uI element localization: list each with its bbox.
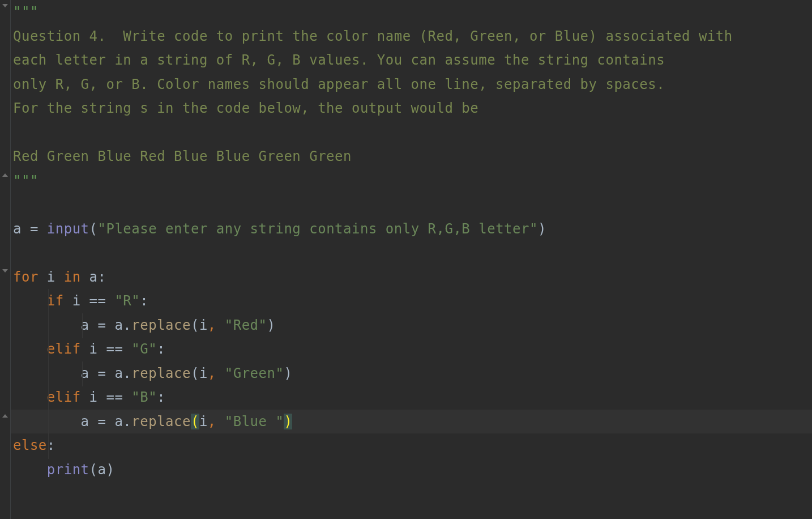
sp [55,269,64,285]
indent [13,462,47,478]
arg: i [199,317,208,333]
gutter [0,0,11,519]
code-line[interactable]: a = a.replace(i, "Red") [11,313,812,338]
code-line[interactable] [11,121,812,145]
docstring-text: For the string s in the code below, the … [13,100,478,116]
docstring-text: Question 4. Write code to print the colo… [13,28,733,44]
docstring-text: Red Green Blue Red Blue Blue Green Green [13,148,352,164]
string: "B" [131,389,157,405]
docstring-text: each letter in a string of R, G, B value… [13,52,665,68]
code-line-current[interactable]: a = a.replace(i, "Blue ") [11,410,812,434]
expr: a = a. [81,317,132,333]
sp [39,269,47,285]
code-editor[interactable]: """ Question 4. Write code to print the … [0,0,812,519]
indent [13,389,47,405]
fold-open-icon[interactable] [2,2,8,9]
colon: : [157,389,165,405]
code-line[interactable]: """ [11,0,812,24]
op: = [22,221,47,237]
indent [13,293,47,309]
paren: ) [284,365,292,381]
expr: a = a. [81,414,132,429]
comma: , [208,317,225,333]
string: "G" [131,341,157,357]
expr: i == [64,293,115,309]
code-line[interactable]: For the string s in the code below, the … [11,96,812,121]
docstring-quote: """ [13,173,39,189]
code-line[interactable]: only R, G, or B. Color names should appe… [11,73,812,97]
code-line[interactable]: for i in a: [11,265,812,290]
colon: : [157,341,165,357]
code-line[interactable] [11,241,812,265]
sp [81,269,89,285]
indent [13,341,47,357]
method-replace: replace [131,365,191,381]
code-line[interactable]: each letter in a string of R, G, B value… [11,48,812,73]
code-line[interactable]: if i == "R": [11,289,812,313]
fold-close-icon[interactable] [2,172,8,178]
keyword-in: in [64,269,81,285]
comma: , [208,414,225,429]
string: "Please enter any string contains only R… [98,221,538,237]
code-line[interactable] [11,482,812,506]
var: a [13,221,22,237]
string: "Blue " [225,414,284,429]
paren: ( [89,221,98,237]
indent [13,414,81,429]
paren-match-close: ) [284,414,292,429]
expr: i == [81,389,132,405]
paren: ( [89,462,98,478]
code-line[interactable]: a = a.replace(i, "Green") [11,361,812,386]
indent [13,365,81,381]
code-line[interactable]: a = input("Please enter any string conta… [11,217,812,241]
keyword-elif: elif [47,341,81,357]
paren: ) [106,462,114,478]
builtin-print: print [47,462,89,478]
indent [13,317,81,333]
keyword-else: else [13,437,47,453]
paren-match-open: ( [191,414,199,429]
arg: a [98,462,106,478]
code-line[interactable]: print(a) [11,458,812,482]
code-line[interactable]: Red Green Blue Red Blue Blue Green Green [11,144,812,169]
code-line[interactable]: Question 4. Write code to print the colo… [11,24,812,49]
arg: i [199,414,208,429]
code-line[interactable]: elif i == "G": [11,337,812,361]
paren: ) [538,221,546,237]
fold-close-icon[interactable] [2,412,8,419]
keyword-if: if [47,293,64,309]
string: "Red" [225,317,267,333]
docstring-quote: """ [13,4,39,20]
code-line[interactable]: else: [11,433,812,458]
string: "Green" [225,365,284,381]
comma: , [208,365,225,381]
colon: : [140,293,148,309]
docstring-text: only R, G, or B. Color names should appe… [13,76,665,92]
keyword-for: for [13,269,39,285]
string: "R" [114,293,140,309]
expr: i == [81,341,132,357]
method-replace: replace [131,317,191,333]
expr: a = a. [81,365,132,381]
var: i [47,269,55,285]
colon: : [47,437,55,453]
paren: ( [191,365,199,381]
paren: ( [191,317,199,333]
code-line[interactable]: """ [11,169,812,193]
paren: ) [267,317,276,333]
arg: i [199,365,208,381]
builtin-input: input [47,221,89,237]
var: a: [89,269,106,285]
code-line[interactable] [11,193,812,217]
code-line[interactable]: elif i == "B": [11,385,812,410]
keyword-elif: elif [47,389,81,405]
code-area[interactable]: """ Question 4. Write code to print the … [11,0,812,519]
fold-open-icon[interactable] [2,267,8,274]
method-replace: replace [131,414,191,429]
